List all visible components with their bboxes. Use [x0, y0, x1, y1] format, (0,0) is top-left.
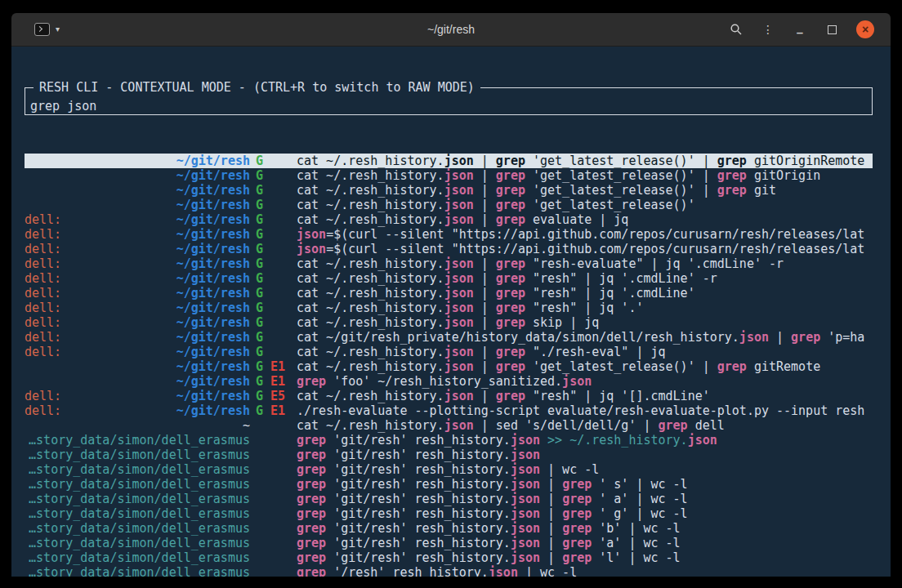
command-segment: grep [496, 271, 525, 286]
command-segment: "resh" | jq '.cmdLine' -r [525, 271, 717, 286]
command-segment: grep [562, 550, 592, 565]
row-directory: ~/git/resh [176, 271, 250, 286]
titlebar-left: ▾ [11, 21, 61, 38]
history-row[interactable]: …story_data/simon/dell_erasmusgrep '/res… [25, 565, 873, 577]
row-flags: G [256, 271, 297, 286]
history-row[interactable]: …story_data/simon/dell_erasmusgrep 'git/… [25, 550, 873, 565]
history-row[interactable]: ~/git/reshG E1cat ~/.resh_history.json |… [25, 359, 873, 374]
command-segment: json [511, 521, 540, 536]
row-command: grep 'foo' ~/resh_history_sanitized.json [297, 374, 873, 389]
search-query-input[interactable]: grep json [30, 99, 96, 114]
command-segment: 'foo' ~/resh_history_sanitized. [326, 374, 562, 389]
history-row[interactable]: dell:~/git/reshGcat ~/.resh_history.json… [25, 301, 873, 315]
row-host: dell: [25, 389, 61, 403]
row-command: ./resh-evaluate --plotting-script evalua… [297, 403, 873, 418]
row-directory: ~/git/resh [176, 359, 250, 374]
history-row[interactable]: dell:~/git/reshGcat ~/.resh_history.json… [25, 271, 873, 286]
command-segment: 'git/resh' resh_history. [326, 448, 511, 462]
command-segment: grep [717, 183, 747, 198]
command-segment: grep [562, 492, 592, 506]
history-row[interactable]: …story_data/simon/dell_erasmusgrep 'git/… [25, 433, 873, 448]
menu-button[interactable]: ⋮ [761, 22, 775, 37]
history-row[interactable]: ~cat ~/.resh_history.json | sed 's/dell/… [25, 418, 873, 433]
history-row[interactable]: …story_data/simon/dell_erasmusgrep 'git/… [25, 462, 873, 477]
command-segment: 'git/resh' resh_history. [326, 477, 511, 492]
history-row[interactable]: …story_data/simon/dell_erasmusgrep 'git/… [25, 477, 873, 492]
command-segment: | wc -l [518, 565, 577, 577]
history-row[interactable]: ~/git/reshG E1grep 'foo' ~/resh_history_… [25, 374, 873, 389]
command-segment: 'get_latest_release()' | [525, 154, 717, 168]
row-directory: ~/git/resh [176, 286, 250, 301]
row-command: grep 'git/resh' resh_history.json | grep… [297, 521, 873, 536]
minimize-button[interactable]: – [793, 20, 807, 39]
row-command: json=$(curl --silent "https://api.github… [297, 227, 873, 242]
command-segment: grep [717, 168, 747, 183]
command-segment: ' a' | wc -l [592, 492, 687, 506]
command-segment: cat ~/.resh_history. [297, 315, 444, 330]
history-row[interactable]: dell:~/git/reshGcat ~/git/resh_private/h… [25, 330, 873, 345]
history-row[interactable]: ~/git/reshGcat ~/.resh_history.json | gr… [25, 168, 873, 183]
history-row[interactable]: …story_data/simon/dell_erasmusgrep 'git/… [25, 448, 873, 462]
history-row[interactable]: …story_data/simon/dell_erasmusgrep 'git/… [25, 536, 873, 550]
history-row[interactable]: …story_data/simon/dell_erasmusgrep 'git/… [25, 506, 873, 521]
search-button[interactable] [729, 22, 743, 37]
git-flag: G [256, 330, 263, 345]
history-row[interactable]: dell:~/git/reshGcat ~/.resh_history.json… [25, 286, 873, 301]
command-segment: grep [297, 462, 326, 477]
command-segment: grep [496, 168, 525, 183]
history-row[interactable]: ~/git/reshGcat ~/.resh_history.json | gr… [25, 154, 873, 168]
row-flags [256, 418, 297, 433]
row-flags: G [256, 154, 297, 168]
close-button[interactable]: × [856, 20, 874, 38]
command-segment: "./resh-eval" | jq [525, 345, 666, 359]
command-segment: json [444, 271, 474, 286]
restore-button[interactable] [824, 22, 839, 37]
history-row[interactable]: dell:~/git/reshGjson=$(curl --silent "ht… [25, 242, 873, 256]
row-directory: ~/git/resh [176, 183, 250, 198]
row-directory: …story_data/simon/dell_erasmus [29, 565, 250, 577]
command-segment: grep [496, 183, 525, 198]
row-command: cat ~/.resh_history.json | grep 'get_lat… [297, 183, 873, 198]
new-terminal-button[interactable]: ▾ [33, 21, 61, 38]
git-flag: G [256, 168, 263, 183]
row-command: cat ~/.resh_history.json | grep "./resh-… [297, 345, 873, 359]
row-context: ~/git/resh [25, 359, 250, 374]
row-context: …story_data/simon/dell_erasmus [25, 565, 250, 577]
history-row[interactable]: dell:~/git/reshG E1./resh-evaluate --plo… [25, 403, 873, 418]
history-row[interactable]: ~/git/reshGcat ~/.resh_history.json | gr… [25, 183, 873, 198]
command-segment: | [474, 256, 496, 271]
row-flags: G [256, 345, 297, 359]
command-segment: json [444, 315, 474, 330]
row-context: …story_data/simon/dell_erasmus [25, 521, 250, 536]
command-segment: grep [496, 286, 525, 301]
history-row[interactable]: dell:~/git/reshG E5cat ~/.resh_history.j… [25, 389, 873, 403]
command-segment: grep [297, 536, 326, 550]
history-row[interactable]: dell:~/git/reshGcat ~/.resh_history.json… [25, 345, 873, 359]
history-row[interactable]: dell:~/git/reshGcat ~/.resh_history.json… [25, 212, 873, 227]
row-command: grep 'git/resh' resh_history.json | grep… [297, 492, 873, 506]
row-directory: ~/git/resh [176, 227, 250, 242]
history-row[interactable]: dell:~/git/reshGcat ~/.resh_history.json… [25, 315, 873, 330]
git-flag: G [256, 345, 263, 359]
command-segment: cat ~/.resh_history. [297, 183, 444, 198]
command-segment: | [474, 168, 496, 183]
history-row[interactable]: …story_data/simon/dell_erasmusgrep 'git/… [25, 492, 873, 506]
command-segment: gitOriginRemote [747, 154, 865, 168]
row-flags [256, 448, 297, 462]
history-row[interactable]: dell:~/git/reshGjson=$(curl --silent "ht… [25, 227, 873, 242]
command-segment: json [489, 565, 518, 577]
history-row[interactable]: …story_data/simon/dell_erasmusgrep 'git/… [25, 521, 873, 536]
history-row[interactable]: dell:~/git/reshGcat ~/.resh_history.json… [25, 256, 873, 271]
command-segment: grep [496, 301, 525, 315]
command-segment: 'git/resh' resh_history. [326, 536, 511, 550]
history-row[interactable]: ~/git/reshGcat ~/.resh_history.json | gr… [25, 198, 873, 212]
terminal-content[interactable]: RESH CLI - CONTEXTUAL MODE - (CTRL+R to … [11, 47, 891, 577]
row-flags: G E5 [256, 389, 297, 403]
command-segment: json [739, 330, 769, 345]
titlebar[interactable]: ▾ ~/git/resh ⋮ – × [11, 13, 891, 47]
command-segment: 'a' | wc -l [592, 536, 680, 550]
command-segment: grep [297, 374, 326, 389]
row-context: dell:~/git/resh [25, 330, 250, 345]
git-flag: G [256, 359, 263, 374]
git-flag: G [256, 154, 263, 168]
